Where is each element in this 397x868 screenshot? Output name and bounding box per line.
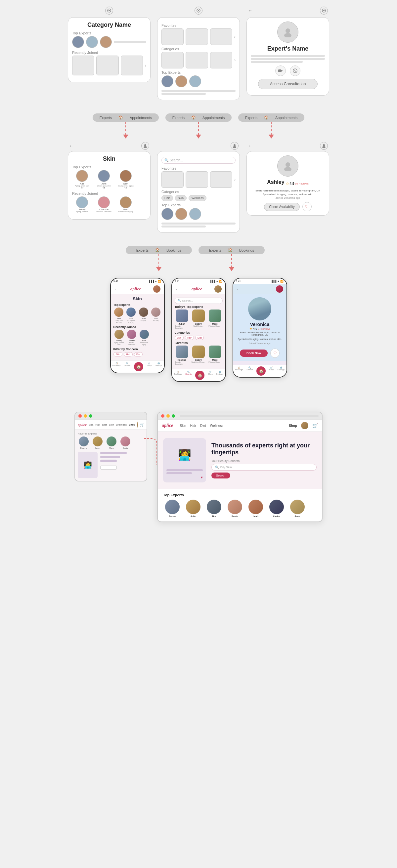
user-avatar-1[interactable] xyxy=(153,285,160,292)
search-btn-desktop[interactable]: Search xyxy=(211,472,230,478)
experts-tab-3[interactable]: Experts xyxy=(245,116,257,120)
home-icon-2[interactable]: 🏠 xyxy=(191,115,196,120)
nav-hair[interactable]: Hair xyxy=(95,423,100,426)
home-icon-ph2[interactable]: 🏠 xyxy=(195,371,205,380)
veronica-reviews[interactable]: 14 Reviews xyxy=(258,328,270,330)
minimize-dot[interactable] xyxy=(84,414,87,417)
search-input-wf[interactable]: 🔍 Search... xyxy=(161,157,236,164)
desktop-search-bar[interactable]: 🔍 Oily Skin xyxy=(211,464,316,470)
close-dot-desktop[interactable] xyxy=(161,414,164,417)
casey-card[interactable]: Casey Nail Expert xyxy=(191,310,206,329)
expert-card-jess[interactable]: Jess Oilery skin 4.8 (24) xyxy=(114,308,124,323)
appointments-tab-3[interactable]: Appointments xyxy=(275,116,298,120)
paul-card[interactable]: Paul Preventive Aging xyxy=(139,330,150,345)
user-avatar-desktop[interactable] xyxy=(301,422,308,429)
bookings-nav[interactable]: 📋 Bookings xyxy=(113,362,121,371)
skin-pill[interactable]: Skin xyxy=(175,336,184,340)
bookings-tab-4[interactable]: Bookings xyxy=(166,248,181,252)
cat-pill-wellness[interactable]: Wellness xyxy=(189,195,207,201)
back-btn-skin[interactable]: ← xyxy=(69,143,74,149)
close-dot[interactable] xyxy=(79,414,82,417)
max-dot-desktop[interactable] xyxy=(172,414,175,417)
bookings-tab-5[interactable]: Bookings xyxy=(239,248,254,252)
settings-nav[interactable]: ⚙️ Settings xyxy=(155,362,162,371)
home-icon-ph3[interactable]: 🏠 xyxy=(256,366,266,376)
cat-pill-hair[interactable]: Hair xyxy=(161,195,173,201)
jane-card[interactable]: Jane xyxy=(288,500,306,518)
min-dot-desktop[interactable] xyxy=(166,414,170,417)
experts-tab-2[interactable]: Experts xyxy=(172,116,185,120)
experts-tab-5[interactable]: Experts xyxy=(209,248,221,252)
settings-nav-ph2[interactable]: ⚙️ Settings xyxy=(216,371,223,380)
favorite-btn[interactable]: ♡ xyxy=(302,202,312,211)
sonia-card-tablet[interactable]: Sonia xyxy=(119,436,131,449)
search-nav-ph2[interactable]: 🔍 Search xyxy=(185,371,191,380)
user-avatar-tablet[interactable] xyxy=(137,422,138,428)
christine-card[interactable]: Christine Holistic, Versatile xyxy=(126,330,137,345)
nav-skin[interactable]: Skin xyxy=(109,423,114,426)
fav-btn-veronica[interactable]: ♡ xyxy=(270,348,280,358)
shop-nav-ph3[interactable]: 🛒 Shop xyxy=(269,366,274,376)
search-bar-ph2[interactable]: 🔍 Search... xyxy=(175,298,223,304)
home-nav-active[interactable]: 🏠 xyxy=(134,362,143,371)
nav-spa[interactable]: Spa xyxy=(89,423,93,426)
shop-link-tablet[interactable]: Shop xyxy=(129,423,135,426)
rounne-card[interactable]: Rounne Beauty Specialist xyxy=(175,345,189,365)
home-icon-ph1[interactable]: 🏠 xyxy=(134,362,143,371)
shop-nav[interactable]: 🛒 Shop xyxy=(147,362,152,371)
back-btn-ph3[interactable]: ← xyxy=(237,287,241,291)
home-nav-ph3[interactable]: 🏠 xyxy=(256,366,266,376)
hair-pill[interactable]: Hair xyxy=(185,336,194,340)
check-availability-btn[interactable]: Check Availability xyxy=(264,203,300,211)
settings-nav-ph3[interactable]: ⚙️ Settings xyxy=(277,366,284,376)
cart-icon-tablet[interactable]: 🛒 xyxy=(140,423,144,427)
home-icon-3[interactable]: 🏠 xyxy=(264,115,269,120)
bookings-nav-ph2[interactable]: 📋 Bookings xyxy=(174,371,182,380)
nav-hair-desktop[interactable]: Hair xyxy=(190,424,196,428)
home-icon-4[interactable]: 🏠 xyxy=(155,248,160,252)
search-nav-ph3[interactable]: 🔍 Search xyxy=(246,366,253,376)
ashley-reviews[interactable]: 16 Reviews xyxy=(295,182,309,185)
ashley-card[interactable]: Ashley Aging mature skin xyxy=(114,330,125,345)
expert-card-suzi[interactable]: Suzi 4.4 (44) xyxy=(150,308,161,323)
bookings-nav-ph3[interactable]: 📋 Bookings xyxy=(235,366,243,376)
block-icon[interactable] xyxy=(290,65,300,76)
experts-tab-4[interactable]: Experts xyxy=(136,248,149,252)
expert-card-john[interactable]: John 4.8 (24) xyxy=(138,308,149,323)
diet-pill[interactable]: Diet xyxy=(195,336,204,340)
cart-icon-desktop[interactable]: 🛒 xyxy=(312,423,318,428)
shop-nav-ph2[interactable]: 🛒 Shop xyxy=(208,371,213,380)
home-icon[interactable]: 🏠 xyxy=(118,115,123,120)
home-nav-ph2[interactable]: 🏠 xyxy=(195,371,205,380)
home-icon-5[interactable]: 🏠 xyxy=(228,248,233,252)
marc-card[interactable]: Marc Fitness Expert xyxy=(208,310,222,329)
rounne-card-tablet[interactable]: Rounne xyxy=(78,436,90,449)
xavier-card[interactable]: Xavier xyxy=(267,500,285,518)
nav-wellness[interactable]: Wellness xyxy=(116,423,127,426)
casey-fav-card[interactable]: Casey Nutrition Expert xyxy=(191,345,206,365)
expert-card-sam[interactable]: Sam Young skin 4.8 (28) xyxy=(126,308,136,323)
user-avatar-ph3[interactable] xyxy=(276,285,283,292)
appointments-tab-2[interactable]: Appointments xyxy=(203,116,225,120)
nav-wellness-desktop[interactable]: Wellness xyxy=(210,424,223,428)
url-bar[interactable] xyxy=(180,415,318,417)
casey-card-tablet[interactable]: Casey xyxy=(92,436,103,449)
nav-diet-desktop[interactable]: Diet xyxy=(200,424,206,428)
marc-card-tablet[interactable]: Marc xyxy=(105,436,117,449)
sarah-card[interactable]: Sarah xyxy=(225,500,244,518)
access-consultation-btn[interactable]: Access Consultation xyxy=(258,79,317,89)
cat-pill-skin[interactable]: Skin xyxy=(175,195,187,201)
nav-diet[interactable]: Diet xyxy=(102,423,107,426)
back-btn-ashley[interactable]: ← xyxy=(248,143,252,149)
back-button-wf1[interactable]: ← xyxy=(248,8,252,13)
shop-link-desktop[interactable]: Shop xyxy=(289,424,297,428)
back-btn-ph2[interactable]: ← xyxy=(175,287,179,291)
back-btn-phone1[interactable]: ← xyxy=(114,287,118,291)
maximize-dot[interactable] xyxy=(89,414,92,417)
filter-diet[interactable]: Diet xyxy=(134,352,143,356)
book-now-btn[interactable]: Book Now xyxy=(240,349,268,357)
tim-card[interactable]: Tim xyxy=(205,500,223,518)
julie-card[interactable]: Julie xyxy=(184,500,202,518)
user-avatar-2[interactable] xyxy=(214,285,222,292)
filter-hair[interactable]: Hair xyxy=(124,352,133,356)
